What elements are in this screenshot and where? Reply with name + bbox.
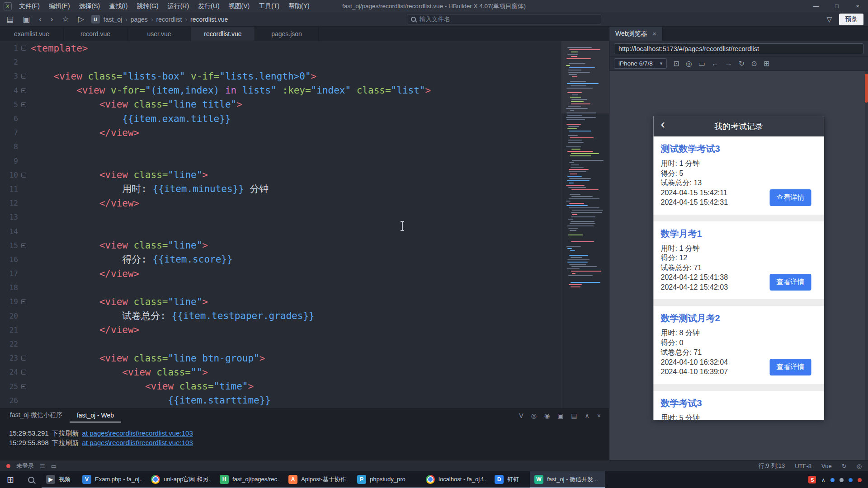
menu-item[interactable]: 查找(I) — [104, 2, 132, 10]
collapse-icon[interactable]: ∧ — [585, 412, 590, 419]
image-icon[interactable]: ▤ — [571, 412, 577, 419]
menu-item[interactable]: 选择(S) — [75, 2, 105, 10]
tab-web-browser[interactable]: Web浏览器 × — [609, 27, 663, 41]
code-line[interactable]: 13 — [0, 210, 609, 224]
fold-marker-icon[interactable]: − — [18, 102, 29, 107]
editor-tab[interactable]: examlist.vue — [0, 27, 64, 41]
clear-icon[interactable]: ▣ — [557, 412, 563, 419]
back-icon[interactable]: ‹ — [661, 118, 665, 131]
menu-item[interactable]: 工具(T) — [254, 2, 284, 10]
menu-item[interactable]: 文件(F) — [14, 2, 44, 10]
forward-icon[interactable]: → — [725, 60, 732, 67]
info-icon[interactable]: ◎ — [531, 412, 537, 419]
taskbar-app-apipost[interactable]: AApipost-基于协作... — [284, 471, 353, 488]
taskbar-app-hbuilderx[interactable]: Hfast_oj/pages/rec... — [215, 471, 284, 488]
notification-tray-icon[interactable] — [858, 476, 862, 484]
file-search-input[interactable] — [420, 16, 597, 23]
code-line[interactable]: 10− <view class="line"> — [0, 168, 609, 182]
sogou-input-icon[interactable]: S — [808, 476, 816, 483]
refresh-icon[interactable]: ↻ — [739, 60, 745, 67]
code-line[interactable]: 25− <view class="time"> — [0, 380, 609, 394]
editor-tab[interactable]: record.vue — [64, 27, 127, 41]
close-icon[interactable]: × — [597, 412, 601, 419]
taskbar-app-chrome-1[interactable]: uni-app官网 和另... — [146, 471, 215, 488]
window-icon[interactable]: ▭ — [698, 60, 705, 67]
minimize-button[interactable]: — — [806, 0, 826, 12]
start-button[interactable]: ⊞ — [0, 471, 21, 488]
taskbar-app-phpstudy[interactable]: Pphpstudy_pro — [353, 471, 421, 488]
code-line[interactable]: 24− <view class=""> — [0, 365, 609, 379]
fold-marker-icon[interactable]: − — [18, 88, 29, 93]
favorite-icon[interactable]: ☆ — [62, 15, 69, 23]
log-source-link[interactable]: at pages\recordlist\recordlist.vue:103 — [82, 439, 193, 446]
browser-scrollbar[interactable] — [865, 71, 868, 460]
close-icon[interactable]: × — [653, 30, 656, 38]
new-file-icon[interactable]: ▤ — [6, 15, 14, 23]
save-icon[interactable]: ▣ — [23, 15, 30, 23]
login-status[interactable]: 未登录 — [16, 462, 34, 470]
encoding[interactable]: UTF-8 — [795, 463, 811, 469]
code-line[interactable]: 26 {{item.starttime}} — [0, 394, 609, 408]
code-line[interactable]: 4− <view v-for="(item,index) in lists" :… — [0, 84, 609, 98]
maximize-button[interactable]: □ — [826, 0, 847, 12]
fold-marker-icon[interactable]: − — [18, 384, 29, 389]
filter-icon[interactable]: ▽ — [826, 15, 832, 23]
code-line[interactable]: 1−<template> — [0, 41, 609, 55]
close-button[interactable]: × — [847, 0, 868, 12]
code-line[interactable]: 6 {{item.exam.title}} — [0, 112, 609, 126]
scrollbar-thumb[interactable] — [865, 74, 868, 103]
forward-icon[interactable]: › — [51, 15, 53, 23]
run-icon[interactable]: ▷ — [78, 15, 84, 23]
code-line[interactable]: 7 </view> — [0, 126, 609, 140]
screen-size-icon[interactable]: ⊡ — [673, 60, 679, 67]
console-tab[interactable]: fast_oj - Web — [70, 409, 121, 422]
code-line[interactable]: 2 — [0, 55, 609, 69]
terminal-icon[interactable]: ▭ — [51, 463, 57, 469]
editor-tab[interactable]: recordlist.vue — [191, 27, 255, 41]
editor-tab[interactable]: user.vue — [127, 27, 191, 41]
breadcrumb-item[interactable]: fast_oj — [104, 16, 122, 23]
code-line[interactable]: 20 试卷总分: {{item.testpaper.grades}} — [0, 309, 609, 323]
menu-item[interactable]: 跳转(G) — [132, 2, 163, 10]
fold-marker-icon[interactable]: − — [18, 173, 29, 178]
log-source-link[interactable]: at pages\recordlist\recordlist.vue:103 — [82, 429, 193, 437]
taskbar-app-chrome-2[interactable]: localhost - fa_oj.f... — [421, 471, 490, 488]
outline-icon[interactable]: ☰ — [40, 463, 45, 469]
menu-item[interactable]: 视图(V) — [224, 2, 255, 10]
breadcrumb-item[interactable]: pages — [131, 16, 148, 23]
code-line[interactable]: 11 用时: {{item.minutes}} 分钟 — [0, 182, 609, 196]
view-detail-button[interactable]: 查看详情 — [770, 189, 811, 206]
view-detail-button[interactable]: 查看详情 — [770, 359, 811, 375]
view-detail-button[interactable]: 查看详情 — [770, 274, 811, 291]
taskbar-app-wechat-devtools[interactable]: Wfast_oj - 微信开发... — [530, 471, 605, 488]
taskbar-app-dingtalk[interactable]: D钉钉 — [490, 471, 530, 488]
breadcrumb-item[interactable]: recordlist.vue — [190, 16, 228, 23]
minimap[interactable] — [561, 41, 609, 408]
file-search-box[interactable] — [407, 14, 601, 24]
fold-marker-icon[interactable]: − — [18, 299, 29, 304]
language-mode[interactable]: Vue — [821, 463, 832, 469]
inspect-icon[interactable]: ◎ — [686, 60, 692, 67]
qr-code-icon[interactable]: ⊞ — [764, 60, 769, 67]
tray-app-blue-icon[interactable] — [830, 476, 835, 484]
taskbar-app-video[interactable]: ▶视频 — [42, 471, 78, 488]
cursor-position[interactable]: 行:9 列:13 — [759, 462, 785, 470]
sync-icon[interactable]: ↻ — [842, 463, 847, 469]
code-line[interactable]: 8 — [0, 140, 609, 154]
menu-item[interactable]: 运行(R) — [163, 2, 193, 10]
back-icon[interactable]: ‹ — [39, 15, 42, 23]
menu-item[interactable]: 帮助(Y) — [284, 2, 314, 10]
tray-app-blue-2-icon[interactable] — [849, 476, 853, 484]
code-line[interactable]: 12 </view> — [0, 196, 609, 210]
code-line[interactable]: 3− <view class="lists-box" v-if="lists.l… — [0, 69, 609, 83]
code-line[interactable]: 15− <view class="line"> — [0, 239, 609, 253]
code-line[interactable]: 22 — [0, 337, 609, 351]
microphone-tray-icon[interactable] — [840, 476, 844, 484]
editor-tab[interactable]: pages.json — [255, 27, 319, 41]
url-input[interactable] — [614, 43, 863, 54]
fold-marker-icon[interactable]: − — [18, 356, 29, 361]
code-editor[interactable]: 1−<template>23− <view class="lists-box" … — [0, 41, 609, 408]
menu-item[interactable]: 发行(U) — [193, 2, 224, 10]
code-line[interactable]: 14 — [0, 224, 609, 238]
chevron-up-icon[interactable]: ∧ — [821, 476, 826, 484]
